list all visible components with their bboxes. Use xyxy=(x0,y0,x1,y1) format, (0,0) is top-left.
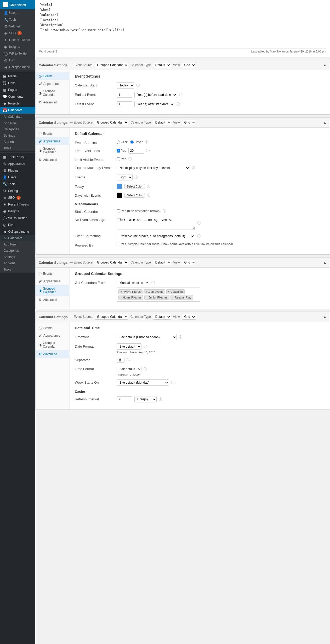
sidebar-add-new-2[interactable]: Add New xyxy=(0,241,35,248)
sidebar-item-tablepress-bot[interactable]: ▦ TablePress xyxy=(0,154,35,160)
expand-multiday-select[interactable]: No, display only on first day of event Y… xyxy=(117,165,190,171)
separator-input[interactable] xyxy=(117,357,124,363)
panel1-calendar-type-select[interactable]: Default xyxy=(153,62,171,68)
event-bubbles-info[interactable]: ⓘ xyxy=(145,140,148,144)
sidebar-item-tools-top[interactable]: 🔧 Tools xyxy=(0,16,35,23)
sidebar-item-seo-bot[interactable]: ◈ SEO1 xyxy=(0,194,35,201)
days-events-color-btn[interactable]: Select Color xyxy=(124,193,145,198)
sidebar-settings-2[interactable]: Settings xyxy=(0,254,35,260)
theme-select[interactable]: Light Dark xyxy=(117,174,133,180)
panel4-event-source-select[interactable]: Grouped Calendar xyxy=(95,314,128,320)
limit-visible-checkbox[interactable] xyxy=(117,157,120,161)
panel2-event-source-select[interactable]: Grouped Calendar xyxy=(95,120,128,125)
sidebar-item-appearance-bot[interactable]: ✎ Appearance xyxy=(0,160,35,167)
panel2-nav-events[interactable]: ◷ Events xyxy=(36,130,69,137)
panel1-view-select[interactable]: Grid xyxy=(182,62,196,68)
panel3-calendar-type-select[interactable]: Default xyxy=(153,260,171,265)
theme-info[interactable]: ⓘ xyxy=(135,175,138,180)
sidebar-item-users-bot[interactable]: 👤 Users xyxy=(0,174,35,181)
sidebar-item-settings-top[interactable]: ⚙ Settings xyxy=(0,23,35,30)
sidebar-item-pages[interactable]: ▤ Pages xyxy=(0,86,35,93)
no-events-info[interactable]: ⓘ xyxy=(197,221,201,226)
panel3-collapse-btn[interactable]: ▲ xyxy=(323,260,327,265)
latest-event-info[interactable]: ⓘ xyxy=(177,102,180,107)
separator-info[interactable]: ⓘ xyxy=(127,358,130,362)
week-starts-info[interactable]: ⓘ xyxy=(171,380,174,385)
time-format-select[interactable]: Site default Custom xyxy=(117,366,141,372)
get-calendars-info[interactable]: ⓘ xyxy=(151,280,155,285)
panel1-collapse-btn[interactable]: ▲ xyxy=(323,63,327,67)
trim-titles-info[interactable]: ⓘ xyxy=(146,148,150,153)
week-starts-select[interactable]: Site default (Monday) Sunday Monday xyxy=(117,379,169,386)
refresh-interval-select[interactable]: Hour(s) Minute(s) xyxy=(134,396,157,402)
sidebar-item-addons[interactable]: Add-ons xyxy=(0,139,35,145)
date-format-select[interactable]: Site default Custom xyxy=(117,343,141,350)
timezone-select[interactable]: Site default (Europe/London) UTC xyxy=(117,334,177,340)
panel4-nav-grouped[interactable]: ◑ Grouped Calendar xyxy=(36,339,69,350)
event-formatting-select[interactable]: Preserve line breaks, auto paragraphs (d… xyxy=(117,233,195,239)
expand-multiday-info[interactable]: ⓘ xyxy=(192,166,195,170)
tag-coaching[interactable]: × Coaching xyxy=(166,289,185,294)
tag-junior-fixtures[interactable]: × Junior Fixtures xyxy=(144,295,169,300)
sidebar-item-wptwitter-bot[interactable]: ◯ WP to Twitter xyxy=(0,215,35,221)
panel1-nav-grouped[interactable]: ◑ Grouped Calendar xyxy=(36,87,69,98)
timezone-info[interactable]: ⓘ xyxy=(179,335,182,339)
sidebar-item-settings-cal[interactable]: Settings xyxy=(0,132,35,139)
sidebar-categories-2[interactable]: Categories xyxy=(0,248,35,254)
earliest-event-number[interactable] xyxy=(117,92,132,98)
panel2-collapse-btn[interactable]: ▲ xyxy=(323,120,327,125)
calendar-start-info[interactable]: ⓘ xyxy=(136,83,140,88)
sidebar-item-calendars[interactable]: 📅 Calendars xyxy=(0,107,35,114)
tag-club-events[interactable]: × Club Events xyxy=(144,289,165,294)
sidebar-item-insights-top[interactable]: ◉ Insights xyxy=(0,43,35,50)
powered-by-checkbox[interactable] xyxy=(117,243,120,246)
sidebar-item-collapse-bot[interactable]: ◀ Collapse menu xyxy=(0,228,35,235)
panel3-nav-advanced[interactable]: ⚙ Advanced xyxy=(36,296,69,303)
panel4-nav-events[interactable]: ◷ Events xyxy=(36,324,69,332)
sidebar-tools-2[interactable]: Tools xyxy=(0,266,35,273)
sidebar-item-insights-bot[interactable]: ◉ Insights xyxy=(0,208,35,215)
panel1-event-source-select[interactable]: Grouped Calendar xyxy=(95,62,128,68)
sidebar-addons-2[interactable]: Add-ons xyxy=(0,260,35,266)
sidebar-item-media[interactable]: ▣ Media xyxy=(0,73,35,80)
earliest-event-select[interactable]: Year(s) before start date xyxy=(134,92,177,98)
earliest-event-info[interactable]: ⓘ xyxy=(179,92,183,97)
sidebar-all-cal-2[interactable]: All Calendars xyxy=(0,235,35,241)
time-format-info[interactable]: ⓘ xyxy=(144,367,147,371)
bubble-hover-radio[interactable] xyxy=(130,140,134,144)
date-format-info[interactable]: ⓘ xyxy=(144,344,147,349)
panel2-calendar-type-select[interactable]: Default xyxy=(153,120,171,125)
panel4-nav-advanced[interactable]: ⚙ Advanced xyxy=(36,350,69,358)
panel3-nav-appearance[interactable]: 🖌 Appearance xyxy=(36,277,69,285)
panel2-nav-grouped[interactable]: ◑ Grouped Calendar xyxy=(36,145,69,156)
today-color-info[interactable]: ⓘ xyxy=(147,184,150,189)
trim-titles-number[interactable] xyxy=(128,148,144,154)
panel3-view-select[interactable]: Grid xyxy=(182,260,196,265)
sidebar-item-projects[interactable]: ◆ Projects xyxy=(0,100,35,107)
sidebar-item-add-new[interactable]: Add New xyxy=(0,120,35,126)
days-events-color-info[interactable]: ⓘ xyxy=(147,193,150,198)
latest-event-number[interactable] xyxy=(117,101,132,107)
panel1-nav-advanced[interactable]: ⚙ Advanced xyxy=(36,98,69,106)
limit-visible-info[interactable]: ⓘ xyxy=(128,157,132,161)
refresh-interval-info[interactable]: ⓘ xyxy=(159,397,162,402)
panel4-collapse-btn[interactable]: ▲ xyxy=(323,315,327,319)
sidebar-item-divi-bot[interactable]: ◎ Divi xyxy=(0,221,35,228)
panel1-nav-events[interactable]: ◷ Events xyxy=(36,72,69,80)
panel4-view-select[interactable]: Grid xyxy=(182,314,196,320)
sidebar-item-comments[interactable]: 💬 Comments xyxy=(0,93,35,100)
sidebar-item-tweets-bot[interactable]: ✦ Recent Tweets xyxy=(0,201,35,208)
sidebar-item-collapse-top[interactable]: ◀ Collapse menu xyxy=(0,64,35,71)
sidebar-item-plugins-bot[interactable]: ⚙ Plugins xyxy=(0,167,35,174)
sidebar-item-users[interactable]: 👤 Users xyxy=(0,9,35,16)
static-calendar-checkbox[interactable] xyxy=(117,209,120,213)
sidebar-item-categories[interactable]: Categories xyxy=(0,126,35,132)
panel2-nav-advanced[interactable]: ⚙ Advanced xyxy=(36,156,69,163)
sidebar-item-links[interactable]: ⛓ Links xyxy=(0,80,35,86)
sidebar-item-tools-cal[interactable]: Tools xyxy=(0,145,35,151)
sidebar-item-all-calendars[interactable]: All Calendars xyxy=(0,114,35,120)
panel3-nav-events[interactable]: ◷ Events xyxy=(36,270,69,277)
get-calendars-select[interactable]: Manual selection All xyxy=(117,280,149,286)
panel4-calendar-type-select[interactable]: Default xyxy=(153,314,171,320)
panel3-nav-grouped[interactable]: ◑ Grouped Calendar xyxy=(36,285,69,296)
